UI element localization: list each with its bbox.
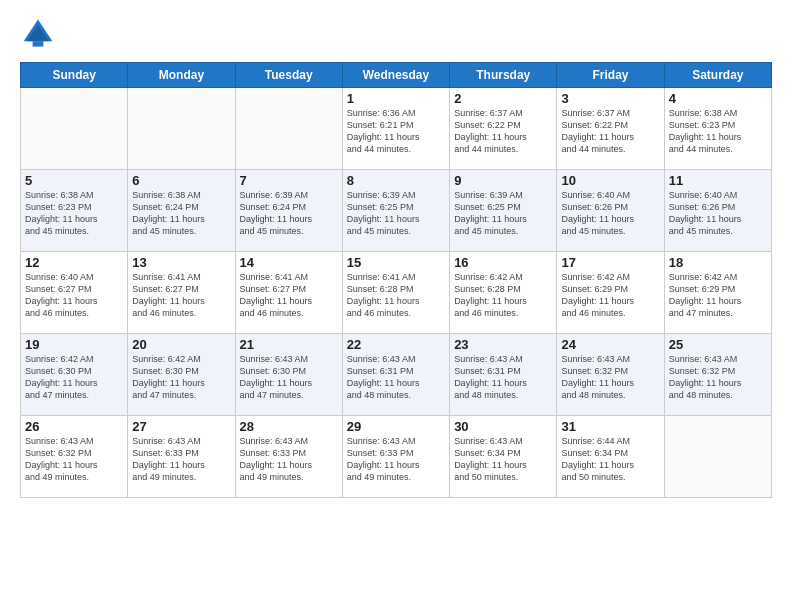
day-info: Sunrise: 6:42 AM Sunset: 6:30 PM Dayligh…	[25, 353, 123, 402]
day-number: 18	[669, 255, 767, 270]
day-cell: 29Sunrise: 6:43 AM Sunset: 6:33 PM Dayli…	[342, 416, 449, 498]
day-cell: 21Sunrise: 6:43 AM Sunset: 6:30 PM Dayli…	[235, 334, 342, 416]
calendar: SundayMondayTuesdayWednesdayThursdayFrid…	[20, 62, 772, 498]
weekday-header-saturday: Saturday	[664, 63, 771, 88]
day-cell: 14Sunrise: 6:41 AM Sunset: 6:27 PM Dayli…	[235, 252, 342, 334]
day-cell: 26Sunrise: 6:43 AM Sunset: 6:32 PM Dayli…	[21, 416, 128, 498]
day-number: 8	[347, 173, 445, 188]
day-info: Sunrise: 6:43 AM Sunset: 6:32 PM Dayligh…	[25, 435, 123, 484]
day-cell: 15Sunrise: 6:41 AM Sunset: 6:28 PM Dayli…	[342, 252, 449, 334]
day-number: 28	[240, 419, 338, 434]
day-info: Sunrise: 6:43 AM Sunset: 6:33 PM Dayligh…	[132, 435, 230, 484]
day-info: Sunrise: 6:43 AM Sunset: 6:31 PM Dayligh…	[347, 353, 445, 402]
day-info: Sunrise: 6:41 AM Sunset: 6:27 PM Dayligh…	[240, 271, 338, 320]
day-cell: 12Sunrise: 6:40 AM Sunset: 6:27 PM Dayli…	[21, 252, 128, 334]
day-info: Sunrise: 6:42 AM Sunset: 6:29 PM Dayligh…	[561, 271, 659, 320]
day-info: Sunrise: 6:42 AM Sunset: 6:29 PM Dayligh…	[669, 271, 767, 320]
day-cell: 19Sunrise: 6:42 AM Sunset: 6:30 PM Dayli…	[21, 334, 128, 416]
day-number: 23	[454, 337, 552, 352]
day-number: 29	[347, 419, 445, 434]
day-number: 9	[454, 173, 552, 188]
day-info: Sunrise: 6:41 AM Sunset: 6:27 PM Dayligh…	[132, 271, 230, 320]
day-cell: 25Sunrise: 6:43 AM Sunset: 6:32 PM Dayli…	[664, 334, 771, 416]
day-cell: 9Sunrise: 6:39 AM Sunset: 6:25 PM Daylig…	[450, 170, 557, 252]
day-info: Sunrise: 6:43 AM Sunset: 6:32 PM Dayligh…	[669, 353, 767, 402]
day-number: 25	[669, 337, 767, 352]
weekday-header-friday: Friday	[557, 63, 664, 88]
day-info: Sunrise: 6:43 AM Sunset: 6:34 PM Dayligh…	[454, 435, 552, 484]
day-info: Sunrise: 6:43 AM Sunset: 6:30 PM Dayligh…	[240, 353, 338, 402]
week-row-2: 5Sunrise: 6:38 AM Sunset: 6:23 PM Daylig…	[21, 170, 772, 252]
day-number: 16	[454, 255, 552, 270]
day-cell	[21, 88, 128, 170]
day-info: Sunrise: 6:39 AM Sunset: 6:25 PM Dayligh…	[454, 189, 552, 238]
day-number: 27	[132, 419, 230, 434]
day-cell: 7Sunrise: 6:39 AM Sunset: 6:24 PM Daylig…	[235, 170, 342, 252]
day-cell: 20Sunrise: 6:42 AM Sunset: 6:30 PM Dayli…	[128, 334, 235, 416]
day-cell: 31Sunrise: 6:44 AM Sunset: 6:34 PM Dayli…	[557, 416, 664, 498]
day-number: 24	[561, 337, 659, 352]
day-info: Sunrise: 6:36 AM Sunset: 6:21 PM Dayligh…	[347, 107, 445, 156]
day-cell: 27Sunrise: 6:43 AM Sunset: 6:33 PM Dayli…	[128, 416, 235, 498]
day-cell: 23Sunrise: 6:43 AM Sunset: 6:31 PM Dayli…	[450, 334, 557, 416]
day-cell: 22Sunrise: 6:43 AM Sunset: 6:31 PM Dayli…	[342, 334, 449, 416]
day-number: 17	[561, 255, 659, 270]
day-info: Sunrise: 6:43 AM Sunset: 6:31 PM Dayligh…	[454, 353, 552, 402]
day-cell: 18Sunrise: 6:42 AM Sunset: 6:29 PM Dayli…	[664, 252, 771, 334]
day-info: Sunrise: 6:44 AM Sunset: 6:34 PM Dayligh…	[561, 435, 659, 484]
day-cell: 24Sunrise: 6:43 AM Sunset: 6:32 PM Dayli…	[557, 334, 664, 416]
page: SundayMondayTuesdayWednesdayThursdayFrid…	[0, 0, 792, 612]
day-info: Sunrise: 6:39 AM Sunset: 6:24 PM Dayligh…	[240, 189, 338, 238]
weekday-header-sunday: Sunday	[21, 63, 128, 88]
week-row-5: 26Sunrise: 6:43 AM Sunset: 6:32 PM Dayli…	[21, 416, 772, 498]
day-cell: 3Sunrise: 6:37 AM Sunset: 6:22 PM Daylig…	[557, 88, 664, 170]
day-cell: 30Sunrise: 6:43 AM Sunset: 6:34 PM Dayli…	[450, 416, 557, 498]
day-number: 6	[132, 173, 230, 188]
day-number: 2	[454, 91, 552, 106]
weekday-header-monday: Monday	[128, 63, 235, 88]
day-number: 3	[561, 91, 659, 106]
day-info: Sunrise: 6:43 AM Sunset: 6:33 PM Dayligh…	[240, 435, 338, 484]
day-number: 5	[25, 173, 123, 188]
day-cell: 6Sunrise: 6:38 AM Sunset: 6:24 PM Daylig…	[128, 170, 235, 252]
day-cell: 11Sunrise: 6:40 AM Sunset: 6:26 PM Dayli…	[664, 170, 771, 252]
day-info: Sunrise: 6:40 AM Sunset: 6:26 PM Dayligh…	[561, 189, 659, 238]
day-number: 11	[669, 173, 767, 188]
day-cell: 13Sunrise: 6:41 AM Sunset: 6:27 PM Dayli…	[128, 252, 235, 334]
day-number: 10	[561, 173, 659, 188]
day-cell: 8Sunrise: 6:39 AM Sunset: 6:25 PM Daylig…	[342, 170, 449, 252]
day-cell: 4Sunrise: 6:38 AM Sunset: 6:23 PM Daylig…	[664, 88, 771, 170]
week-row-1: 1Sunrise: 6:36 AM Sunset: 6:21 PM Daylig…	[21, 88, 772, 170]
day-number: 22	[347, 337, 445, 352]
logo-icon	[20, 16, 56, 52]
logo	[20, 16, 62, 52]
day-number: 1	[347, 91, 445, 106]
day-info: Sunrise: 6:39 AM Sunset: 6:25 PM Dayligh…	[347, 189, 445, 238]
day-number: 12	[25, 255, 123, 270]
day-number: 14	[240, 255, 338, 270]
day-number: 21	[240, 337, 338, 352]
day-info: Sunrise: 6:40 AM Sunset: 6:27 PM Dayligh…	[25, 271, 123, 320]
day-number: 4	[669, 91, 767, 106]
day-cell	[235, 88, 342, 170]
day-info: Sunrise: 6:38 AM Sunset: 6:23 PM Dayligh…	[669, 107, 767, 156]
day-cell	[128, 88, 235, 170]
day-cell: 5Sunrise: 6:38 AM Sunset: 6:23 PM Daylig…	[21, 170, 128, 252]
day-cell: 10Sunrise: 6:40 AM Sunset: 6:26 PM Dayli…	[557, 170, 664, 252]
day-cell: 2Sunrise: 6:37 AM Sunset: 6:22 PM Daylig…	[450, 88, 557, 170]
day-info: Sunrise: 6:41 AM Sunset: 6:28 PM Dayligh…	[347, 271, 445, 320]
day-info: Sunrise: 6:42 AM Sunset: 6:30 PM Dayligh…	[132, 353, 230, 402]
day-cell: 1Sunrise: 6:36 AM Sunset: 6:21 PM Daylig…	[342, 88, 449, 170]
weekday-header-tuesday: Tuesday	[235, 63, 342, 88]
day-cell	[664, 416, 771, 498]
day-cell: 17Sunrise: 6:42 AM Sunset: 6:29 PM Dayli…	[557, 252, 664, 334]
day-number: 31	[561, 419, 659, 434]
day-cell: 28Sunrise: 6:43 AM Sunset: 6:33 PM Dayli…	[235, 416, 342, 498]
day-number: 19	[25, 337, 123, 352]
day-number: 26	[25, 419, 123, 434]
day-info: Sunrise: 6:37 AM Sunset: 6:22 PM Dayligh…	[561, 107, 659, 156]
day-number: 7	[240, 173, 338, 188]
day-number: 20	[132, 337, 230, 352]
day-info: Sunrise: 6:40 AM Sunset: 6:26 PM Dayligh…	[669, 189, 767, 238]
day-number: 15	[347, 255, 445, 270]
